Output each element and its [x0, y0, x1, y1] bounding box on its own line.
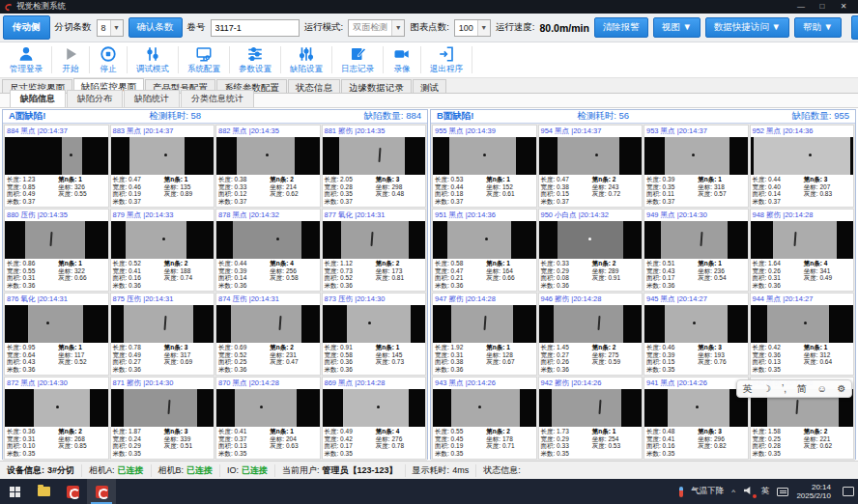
measure-line: 面积: 0.19: [113, 190, 164, 198]
view-menu-button[interactable]: 视图 ▼: [653, 17, 701, 38]
defect-cell[interactable]: 874 压伤 |20:14:31长度: 0.69宽度: 0.52面积: 0.25…: [215, 293, 321, 376]
defect-cell[interactable]: 879 黑点 |20:14:33长度: 0.52宽度: 0.41面积: 0.16…: [110, 209, 215, 292]
window-title: 视觉检测系统: [16, 1, 66, 13]
tab-5[interactable]: 状态信息: [288, 79, 340, 93]
position-line: 第n条: 2: [164, 260, 212, 267]
defect-cell[interactable]: 876 氧化 |20:14:31长度: 0.95宽度: 0.64面积: 0.43…: [4, 293, 109, 376]
defect-cell[interactable]: 873 压伤 |20:14:30长度: 0.91宽度: 0.58面积: 0.36…: [322, 293, 427, 376]
defect-cell[interactable]: 946 擦伤 |20:14:28长度: 1.45宽度: 0.27面积: 0.26…: [538, 293, 644, 376]
stop-button[interactable]: 停止: [91, 42, 126, 77]
defect-cell[interactable]: 878 黑点 |20:14:32长度: 0.44宽度: 0.39面积: 0.14…: [215, 209, 321, 292]
roll-number-input[interactable]: [211, 19, 300, 37]
confirm-count-button[interactable]: 确认条数: [129, 17, 183, 38]
minimize-button[interactable]: —: [790, 1, 812, 13]
io-status: IO:已连接: [220, 464, 275, 477]
exit-program-button[interactable]: 退出程序: [422, 42, 471, 77]
defect-cell-header: 873 压伤 |20:14:30: [323, 294, 426, 305]
clear-alarm-button[interactable]: 清除报警: [594, 17, 648, 38]
start-button[interactable]: 开始: [53, 42, 88, 77]
subtab-1[interactable]: 缺陷信息: [10, 90, 66, 107]
defect-image: [111, 389, 214, 427]
weather-text[interactable]: 气温下降: [691, 486, 724, 497]
defect-cell[interactable]: 953 黑点 |20:14:37长度: 0.39宽度: 0.35面积: 0.11…: [644, 125, 749, 208]
defect-cell[interactable]: 944 黑点 |20:14:27长度: 0.42宽度: 0.36面积: 0.13…: [750, 293, 855, 376]
active-app-button[interactable]: [87, 479, 116, 504]
defect-cell[interactable]: 871 擦伤 |20:14:30长度: 1.87宽度: 0.24面积: 0.29…: [110, 377, 215, 460]
drive-side-button[interactable]: 传动侧: [3, 15, 50, 40]
defect-cell[interactable]: 945 黑点 |20:14:27长度: 0.46宽度: 0.39面积: 0.15…: [644, 293, 749, 376]
subtab-3[interactable]: 缺陷统计: [124, 90, 180, 107]
run-mode-select[interactable]: 双面检测 ▼: [348, 19, 405, 37]
defect-cell[interactable]: 870 黑点 |20:14:28长度: 0.41宽度: 0.37面积: 0.13…: [215, 377, 321, 460]
help-menu-button[interactable]: 帮助 ▼: [794, 17, 842, 38]
defect-cell[interactable]: 955 黑点 |20:14:39长度: 0.53宽度: 0.44面积: 0.18…: [432, 125, 537, 208]
tab-7[interactable]: 测试: [413, 79, 446, 93]
ime-emoji-icon[interactable]: ☺: [817, 383, 827, 394]
defect-cell[interactable]: 950 小白点 |20:14:32长度: 0.33宽度: 0.29面积: 0.0…: [538, 209, 644, 292]
data-quick-access-button[interactable]: 数据快捷访问 ▼: [705, 17, 789, 38]
defect-cell[interactable]: 949 黑点 |20:14:30长度: 0.51宽度: 0.43面积: 0.17…: [644, 209, 749, 292]
speaker-icon[interactable]: [743, 486, 754, 497]
system-config-button[interactable]: 系统配置: [180, 42, 228, 77]
defect-mark: [700, 232, 702, 246]
measure-line: 长度: 0.53: [435, 176, 486, 183]
clock[interactable]: 20:142025/2/10: [796, 483, 831, 500]
admin-login-button[interactable]: 管理登录: [2, 42, 50, 77]
defect-position: 第n条: 1坐标: 135灰度: 0.89: [164, 176, 212, 206]
debug-mode-button[interactable]: 调试模式: [129, 42, 177, 77]
operator-side-button[interactable]: 操作侧: [851, 15, 858, 40]
start-button[interactable]: [0, 479, 29, 504]
defect-cell[interactable]: 954 黑点 |20:14:37长度: 0.47宽度: 0.38面积: 0.15…: [538, 125, 644, 208]
measure-line: 面积: 0.29: [113, 442, 164, 450]
defect-cell[interactable]: 948 擦伤 |20:14:28长度: 1.64宽度: 0.26面积: 0.31…: [750, 209, 855, 292]
position-line: 坐标: 312: [804, 351, 851, 359]
defect-cell[interactable]: 882 黑点 |20:14:35长度: 0.38宽度: 0.33面积: 0.12…: [215, 125, 321, 208]
defect-grid-b: 955 黑点 |20:14:39长度: 0.53宽度: 0.44面积: 0.18…: [431, 124, 855, 461]
slit-count-select[interactable]: 8 ▼: [97, 19, 124, 37]
language-indicator[interactable]: 英: [761, 486, 770, 497]
ime-moon-icon[interactable]: ☽: [762, 383, 771, 394]
subtab-4[interactable]: 分类信息统计: [181, 90, 254, 107]
defect-cell[interactable]: 872 黑点 |20:14:30长度: 0.36宽度: 0.31面积: 0.10…: [4, 377, 109, 460]
defect-cell[interactable]: 880 压伤 |20:14:35长度: 0.86宽度: 0.55面积: 0.31…: [4, 209, 109, 292]
defect-cell[interactable]: 952 黑点 |20:14:36长度: 0.44宽度: 0.40面积: 0.14…: [750, 125, 855, 208]
action-center-icon[interactable]: [843, 487, 854, 496]
defect-cell-header: 884 黑点 |20:14:37: [5, 126, 108, 137]
defect-cell-header: 952 黑点 |20:14:36: [751, 126, 854, 137]
ime-punct-toggle[interactable]: ’,: [782, 383, 786, 394]
ime-lang-toggle[interactable]: 英: [742, 382, 752, 396]
tab-6[interactable]: 边缘数据记录: [341, 79, 412, 93]
log-record-button[interactable]: 日志记录: [333, 42, 382, 77]
tray-expand-icon[interactable]: ^: [731, 488, 735, 496]
file-explorer-button[interactable]: [29, 479, 58, 504]
defect-cell[interactable]: 875 压伤 |20:14:31长度: 0.78宽度: 0.49面积: 0.27…: [110, 293, 215, 376]
defect-cell[interactable]: 943 黑点 |20:14:26长度: 0.55宽度: 0.45面积: 0.19…: [432, 377, 537, 460]
defect-cell[interactable]: 941 黑点 |20:14:26长度: 0.48宽度: 0.41面积: 0.16…: [644, 377, 749, 460]
measure-line: 面积: 0.12: [218, 190, 270, 198]
measure-line: 宽度: 0.43: [646, 267, 698, 275]
defect-cell[interactable]: 869 黑点 |20:14:28长度: 0.49宽度: 0.42面积: 0.17…: [322, 377, 427, 460]
recording-button[interactable]: 录像: [385, 42, 419, 77]
subtab-2[interactable]: 缺陷分布: [67, 90, 123, 107]
parameter-settings-button[interactable]: 参数设置: [231, 42, 279, 77]
defect-cell[interactable]: 883 黑点 |20:14:37长度: 0.47宽度: 0.46面积: 0.19…: [110, 125, 215, 208]
defect-measurements: 长度: 0.38宽度: 0.33面积: 0.12米数: 0.37: [218, 176, 270, 206]
defect-cell[interactable]: 881 擦伤 |20:14:35长度: 2.05宽度: 0.28面积: 0.35…: [322, 125, 427, 208]
close-button[interactable]: ✕: [833, 1, 854, 13]
ime-simplified-toggle[interactable]: 简: [797, 382, 807, 396]
measure-line: 长度: 0.95: [7, 344, 58, 351]
defect-cell[interactable]: 877 氧化 |20:14:31长度: 1.12宽度: 0.73面积: 0.52…: [322, 209, 427, 292]
defect-cell[interactable]: 951 黑点 |20:14:36长度: 0.58宽度: 0.47面积: 0.21…: [432, 209, 537, 292]
defect-cell[interactable]: 947 擦伤 |20:14:28长度: 1.92宽度: 0.31面积: 0.38…: [432, 293, 537, 376]
defect-mark: [49, 232, 52, 246]
chart-points-select[interactable]: 100 ▼: [454, 19, 491, 37]
app-shortcut-button[interactable]: [58, 479, 87, 504]
defect-cell[interactable]: 942 擦伤 |20:14:26长度: 1.73宽度: 0.29面积: 0.33…: [538, 377, 644, 460]
defect-cell[interactable]: 884 黑点 |20:14:37长度: 1.23宽度: 0.85面积: 0.49…: [4, 125, 109, 208]
defect-image: [111, 305, 214, 343]
run-speed-label: 运行速度:: [496, 21, 535, 34]
keyboard-icon[interactable]: [777, 488, 788, 496]
ime-settings-gear-icon[interactable]: ⚙: [838, 383, 846, 394]
maximize-button[interactable]: □: [812, 1, 833, 13]
defect-settings-button[interactable]: 缺陷设置: [282, 42, 330, 77]
